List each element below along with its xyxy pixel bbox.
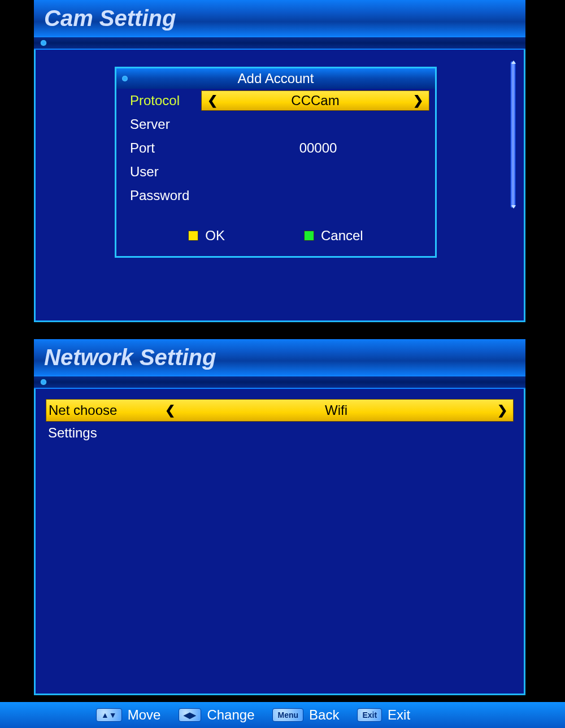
net-choose-value: Wifi xyxy=(175,402,497,418)
dot-icon xyxy=(41,40,46,46)
label-server: Server xyxy=(116,116,201,132)
add-account-dialog: Add Account Protocol ❮ CCCam ❯ Server xyxy=(115,67,437,258)
hint-back: Menu Back xyxy=(272,707,339,723)
add-account-title: Add Account xyxy=(238,71,314,86)
net-content: Net choose ❮ Wifi ❯ Settings xyxy=(34,389,525,695)
label-password: Password xyxy=(116,188,201,203)
footer-hint-bar: ▲▼ Move ◀▶ Change Menu Back Exit Exit xyxy=(0,702,565,728)
protocol-value: CCCam xyxy=(218,93,413,109)
hint-exit: Exit Exit xyxy=(357,707,410,723)
ok-button[interactable]: OK xyxy=(188,228,225,244)
dot-icon xyxy=(41,379,46,385)
cam-title-bar: Cam Setting xyxy=(34,0,525,36)
leftright-key-icon: ◀▶ xyxy=(179,708,201,722)
label-protocol: Protocol xyxy=(116,93,201,109)
hint-move-label: Move xyxy=(128,707,161,723)
green-key-icon xyxy=(304,231,314,241)
exit-key-icon: Exit xyxy=(357,708,382,722)
network-setting-panel: Network Setting Net choose ❮ Wifi ❯ Sett… xyxy=(34,339,525,695)
add-account-title-bar: Add Account xyxy=(116,68,435,89)
row-protocol[interactable]: Protocol ❮ CCCam ❯ xyxy=(116,89,435,112)
chevron-left-icon[interactable]: ❮ xyxy=(165,403,175,418)
label-user: User xyxy=(116,164,201,180)
row-user[interactable]: User xyxy=(116,160,435,184)
net-accent-strip xyxy=(34,375,525,389)
menu-key-icon: Menu xyxy=(272,708,303,722)
cam-setting-panel: Cam Setting Add Account Protocol ❮ CCCam… xyxy=(34,0,525,322)
hint-change: ◀▶ Change xyxy=(179,707,254,723)
label-net-choose: Net choose xyxy=(46,402,159,418)
row-net-choose[interactable]: Net choose ❮ Wifi ❯ xyxy=(46,399,514,422)
hint-move: ▲▼ Move xyxy=(96,707,160,723)
cancel-label: Cancel xyxy=(321,228,363,244)
label-settings: Settings xyxy=(46,425,159,441)
cam-content: Add Account Protocol ❮ CCCam ❯ Server xyxy=(34,50,525,322)
chevron-right-icon[interactable]: ❯ xyxy=(413,93,423,108)
add-account-body: Protocol ❮ CCCam ❯ Server Port 00000 xyxy=(116,89,435,256)
port-value: 00000 xyxy=(201,140,435,156)
row-settings[interactable]: Settings xyxy=(46,422,514,444)
net-choose-spinner[interactable]: ❮ Wifi ❯ xyxy=(159,400,513,421)
chevron-left-icon[interactable]: ❮ xyxy=(207,93,218,108)
net-title-bar: Network Setting xyxy=(34,339,525,375)
hint-back-label: Back xyxy=(309,707,339,723)
chevron-right-icon[interactable]: ❯ xyxy=(497,403,507,418)
row-password[interactable]: Password xyxy=(116,184,435,207)
label-port: Port xyxy=(116,140,201,156)
protocol-spinner[interactable]: ❮ CCCam ❯ xyxy=(201,90,429,111)
cam-accent-strip xyxy=(34,36,525,50)
ok-label: OK xyxy=(205,228,225,244)
cancel-button[interactable]: Cancel xyxy=(304,228,363,244)
row-port[interactable]: Port 00000 xyxy=(116,136,435,160)
cam-title-text: Cam Setting xyxy=(44,6,176,31)
row-server[interactable]: Server xyxy=(116,112,435,136)
hint-exit-label: Exit xyxy=(388,707,410,723)
hint-change-label: Change xyxy=(207,707,254,723)
updown-key-icon: ▲▼ xyxy=(96,708,122,722)
net-rows: Net choose ❮ Wifi ❯ Settings xyxy=(36,389,524,454)
net-title-text: Network Setting xyxy=(44,345,216,370)
dialog-actions: OK Cancel xyxy=(116,207,435,256)
dot-icon xyxy=(122,76,128,81)
yellow-key-icon xyxy=(188,231,198,241)
scrollbar[interactable] xyxy=(510,61,516,208)
